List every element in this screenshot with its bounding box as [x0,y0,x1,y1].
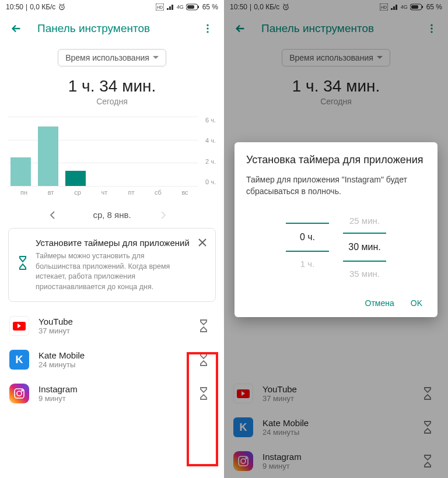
app-name: Instagram [38,384,189,394]
status-time: 10:50 [6,3,23,11]
svg-point-10 [17,391,22,396]
battery-icon [186,3,200,10]
appbar: Панель инструментов [0,14,224,43]
summary-sub: Сегодня [0,97,224,106]
svg-rect-5 [187,5,194,9]
app-name: YouTube [38,317,189,326]
svg-rect-17 [411,5,418,9]
app-time: 37 минут [38,326,189,335]
timer-button[interactable] [198,319,215,333]
screen-left: 10:50 | 0,0 КБ/с HD 4G 65 % Панель инстр… [0,0,224,478]
app-row-katemobile[interactable]: K Kate Mobile 24 минуты [224,410,448,444]
youtube-icon [233,384,253,403]
back-button[interactable] [229,17,252,40]
kate-icon: K [233,417,253,437]
filter-chip[interactable]: Время использования [282,49,390,66]
minutes-value[interactable]: 30 мин. [343,233,386,262]
dialog-body: Таймер для приложения "Instagram" будет … [246,174,426,197]
instagram-icon [233,451,253,471]
ok-button[interactable]: OK [411,298,422,308]
svg-point-7 [206,27,208,29]
app-time: 24 минуты [38,360,189,369]
status-net-speed: 0,0 КБ/с [30,3,55,11]
app-row-instagram[interactable]: Instagram 9 минут [0,377,224,410]
tip-card: Установите таймеры для приложений Таймер… [8,228,216,302]
app-time: 9 минут [38,394,189,403]
svg-point-23 [246,458,247,459]
more-button[interactable] [420,17,443,40]
timer-dialog: Установка таймера для приложения Таймер … [235,142,438,317]
app-row-youtube[interactable]: YouTube 37 минут [0,309,224,343]
alarm-icon [58,3,66,11]
battery-pct: 65 % [202,3,218,11]
youtube-icon [9,316,29,336]
chevron-down-icon [377,56,383,59]
svg-text:HD: HD [157,5,163,9]
bar-wed[interactable] [65,171,86,186]
hours-column[interactable]: 0 ч. 1 ч. [286,209,329,286]
timer-button[interactable] [422,386,439,400]
tip-body: Таймеры можно установить для большинства… [36,251,191,292]
chart-xaxis: пн вт ср чт пт сб вс [10,189,198,196]
hourglass-icon [17,255,29,270]
alarm-icon [282,3,290,11]
cancel-button[interactable]: Отмена [365,298,394,308]
filter-label: Время использования [65,53,149,62]
appbar: Панель инструментов [224,14,448,43]
instagram-icon [9,384,29,403]
back-button[interactable] [5,17,28,40]
kate-icon: K [9,350,29,370]
timer-button[interactable] [198,386,215,400]
timer-button[interactable] [198,353,215,367]
filter-chip[interactable]: Время использования [58,49,166,66]
timer-button[interactable] [422,454,439,468]
timer-button[interactable] [422,420,439,434]
app-name: Kate Mobile [38,350,189,360]
prev-day-button[interactable] [50,211,64,219]
minutes-column[interactable]: 25 мин. 30 мин. 35 мин. [343,209,386,286]
date-label: ср, 8 янв. [93,210,131,220]
svg-point-19 [430,27,432,29]
chart-yaxis: 6 ч. 4 ч. 2 ч. 0 ч. [198,117,216,187]
svg-text:HD: HD [381,5,387,9]
screen-right: 10:50 | 0,0 КБ/с HD 4G 65 % Панель инстр… [224,0,448,478]
hours-value[interactable]: 0 ч. [286,223,329,252]
net-type: 4G [177,4,184,10]
appbar-title: Панель инструментов [37,22,196,35]
svg-rect-16 [422,6,423,8]
svg-rect-4 [198,6,199,8]
volte-icon: HD [156,3,164,10]
app-row-instagram[interactable]: Instagram 9 минут [224,444,448,478]
bar-mon[interactable] [10,157,31,186]
tip-title: Установите таймеры для приложений [36,238,191,248]
svg-point-20 [430,31,432,33]
summary-time: 1 ч. 34 мин. [0,77,224,96]
signal-icon [166,3,174,10]
app-row-youtube[interactable]: YouTube 37 минут [224,377,448,410]
svg-point-11 [22,390,23,391]
chart-bars[interactable] [8,117,198,187]
more-button[interactable] [196,17,219,40]
status-bar: 10:50 | 0,0 КБ/с HD 4G 65 % [224,0,448,14]
dialog-title: Установка таймера для приложения [246,154,426,166]
signal-icon [390,3,398,10]
svg-point-8 [206,31,208,33]
bar-tue[interactable] [38,126,58,186]
battery-icon [410,3,424,10]
date-nav: ср, 8 янв. [0,210,224,220]
volte-icon: HD [380,3,388,10]
app-row-katemobile[interactable]: K Kate Mobile 24 минуты [0,343,224,377]
chart: 6 ч. 4 ч. 2 ч. 0 ч. [8,117,216,187]
tip-dismiss-button[interactable] [198,238,207,247]
chevron-down-icon [153,56,159,59]
svg-point-6 [206,24,208,26]
status-bar: 10:50 | 0,0 КБ/с HD 4G 65 % [0,0,224,14]
svg-point-18 [430,24,432,26]
next-day-button[interactable] [160,211,174,219]
time-picker[interactable]: 0 ч. 1 ч. 25 мин. 30 мин. 35 мин. [246,209,426,286]
svg-point-22 [241,459,246,463]
